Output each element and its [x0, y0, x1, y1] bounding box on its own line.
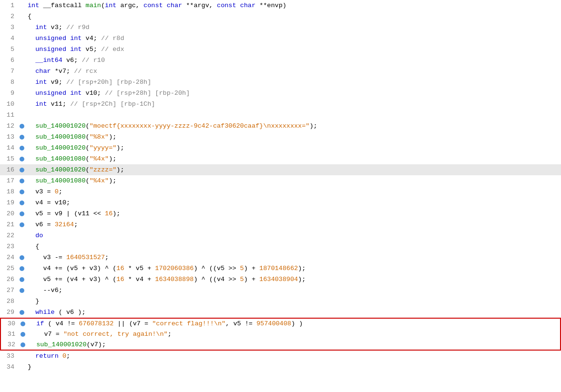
line-number: 5 [0, 46, 18, 53]
code-token: sub_140001080 [35, 133, 85, 141]
breakpoint-dot [20, 266, 24, 271]
code-token: 1702060386 [155, 265, 194, 272]
code-token: v3 = [28, 188, 55, 195]
code-token: v3 -= [28, 254, 66, 261]
code-line: 2{ [0, 11, 561, 22]
breakpoint-dot [20, 168, 24, 172]
line-number: 24 [0, 254, 18, 261]
code-token: **argv, [182, 2, 217, 9]
breakpoint-indicator[interactable] [19, 332, 27, 337]
code-token: sub_140001080 [35, 155, 85, 162]
code-line: 28 } [0, 296, 561, 307]
code-text: } [26, 363, 31, 371]
code-text: } [26, 298, 39, 305]
breakpoint-dot [20, 157, 24, 161]
code-text: do [26, 232, 43, 239]
code-token [28, 309, 35, 316]
code-token: "zzzz=" [90, 166, 117, 173]
line-number: 29 [0, 309, 18, 316]
code-token: // [rsp+20h] [rbp-28h] [66, 79, 151, 86]
code-token: ( [101, 2, 105, 9]
code-text: int v3; // r9d [26, 24, 90, 31]
code-token: ); [112, 210, 120, 217]
code-token: { [28, 13, 31, 20]
breakpoint-indicator[interactable] [18, 135, 26, 140]
code-token: int [70, 35, 82, 42]
code-token: unsigned [35, 46, 66, 53]
code-token: 1634038904 [259, 276, 298, 283]
code-token [28, 122, 35, 130]
breakpoint-indicator[interactable] [18, 124, 26, 129]
code-text: v3 = 0; [26, 188, 62, 195]
code-token [28, 177, 35, 184]
code-line: 23 { [0, 241, 561, 252]
breakpoint-indicator[interactable] [18, 146, 26, 151]
code-token [28, 68, 35, 75]
code-token: ); [116, 144, 124, 151]
code-line: 21 v6 = 32i64; [0, 219, 561, 230]
code-token: "not correct, try again!\n" [63, 331, 168, 338]
code-line: 16 sub_140001020("zzzz="); [0, 164, 561, 175]
line-number: 3 [0, 24, 18, 31]
code-token: v3; [47, 24, 67, 31]
code-text: v5 = v9 | (v11 << 16); [26, 210, 120, 217]
code-token: argc, [116, 2, 143, 9]
code-token: 1640531527 [66, 254, 105, 261]
code-token: 32i64 [55, 221, 74, 228]
code-line: 13 sub_140001080("%8x"); [0, 131, 561, 142]
line-number: 34 [0, 363, 18, 371]
breakpoint-indicator[interactable] [18, 255, 26, 260]
code-token: 676078132 [79, 320, 113, 327]
code-token: const [217, 2, 236, 9]
line-number: 18 [0, 188, 18, 195]
code-text: unsigned int v4; // r8d [26, 35, 124, 42]
breakpoint-indicator[interactable] [19, 322, 27, 326]
code-token: 0 [62, 352, 66, 360]
breakpoint-indicator[interactable] [18, 157, 26, 161]
code-line: 22 do [0, 230, 561, 241]
code-token: const [143, 2, 163, 9]
code-token: ) + [244, 265, 259, 272]
breakpoint-dot [20, 222, 24, 227]
code-line: 17 sub_140001080("%4x"); [0, 175, 561, 186]
code-token: 1634038898 [155, 276, 194, 283]
code-line: 32 sub_140001020(v7); [0, 340, 561, 351]
breakpoint-indicator[interactable] [18, 310, 26, 315]
code-token: int [105, 2, 116, 9]
code-token: "%4x" [90, 177, 109, 184]
code-token: // edx [101, 46, 124, 53]
breakpoint-indicator[interactable] [18, 277, 26, 282]
code-text: sub_140001020(v7); [27, 341, 106, 348]
code-token: ); [109, 133, 116, 141]
breakpoint-indicator[interactable] [18, 266, 26, 271]
breakpoint-indicator[interactable] [18, 190, 26, 194]
breakpoint-indicator[interactable] [18, 201, 26, 205]
code-line: 12 sub_140001020("moectf{xxxxxxxx-yyyy-z… [0, 121, 561, 131]
code-token: 1870148662 [259, 265, 298, 272]
code-token: ); [298, 276, 306, 283]
line-number: 27 [0, 287, 18, 294]
code-token: v7 = [29, 331, 63, 338]
breakpoint-dot [20, 288, 24, 293]
code-token [163, 2, 167, 9]
breakpoint-indicator[interactable] [18, 168, 26, 172]
code-token: int [35, 79, 47, 86]
breakpoint-indicator[interactable] [18, 211, 26, 216]
code-token: // r9d [66, 24, 90, 31]
code-token: "moectf{xxxxxxxx-yyyy-zzzz-9c42-caf30620… [90, 122, 310, 130]
line-number: 2 [0, 13, 18, 20]
code-token: ( [86, 155, 90, 162]
code-token: unsigned [35, 90, 66, 97]
line-number: 16 [0, 166, 18, 173]
code-line: 20 v5 = v9 | (v11 << 16); [0, 208, 561, 219]
code-token: } [28, 298, 39, 305]
code-token: ); [309, 122, 317, 130]
code-token: sub_140001020 [35, 144, 85, 151]
breakpoint-indicator[interactable] [19, 342, 27, 347]
code-line: 6 __int64 v6; // r10 [0, 55, 561, 66]
breakpoint-indicator[interactable] [18, 288, 26, 293]
code-line: 19 v4 = v10; [0, 197, 561, 208]
breakpoint-indicator[interactable] [18, 222, 26, 227]
line-number: 8 [0, 79, 18, 86]
breakpoint-indicator[interactable] [18, 179, 26, 183]
